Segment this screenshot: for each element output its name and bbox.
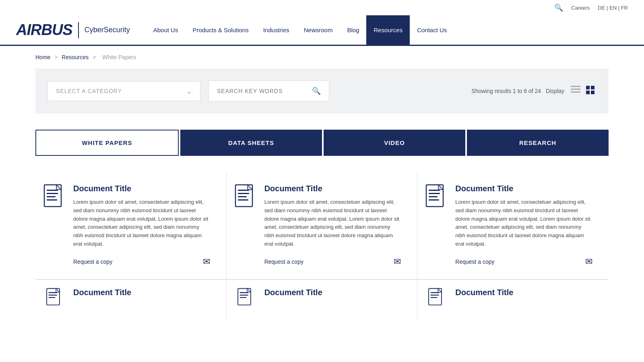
svg-rect-6 <box>591 91 594 94</box>
logo-airbus: AIRBUS <box>16 21 72 39</box>
card-title-3: Document Title <box>455 184 592 193</box>
document-card-2: Document Title Lorem ipsum dolor sit ame… <box>227 172 418 279</box>
logo-divider <box>78 22 79 38</box>
document-card-3: Document Title Lorem ipsum dolor sit ame… <box>417 172 609 279</box>
document-icon-6 <box>425 288 447 314</box>
svg-rect-15 <box>238 193 249 194</box>
search-icon[interactable]: 🔍 <box>312 87 321 95</box>
breadcrumb-sep2: > <box>93 54 97 60</box>
svg-rect-1 <box>571 89 580 90</box>
svg-rect-11 <box>47 199 57 201</box>
logo-area: AIRBUS CyberSecurity <box>16 15 130 45</box>
card-body-2: Document Title Lorem ipsum dolor sit ame… <box>264 184 401 267</box>
svg-rect-37 <box>431 294 439 295</box>
nav-about-us[interactable]: About Us <box>146 15 186 45</box>
svg-rect-2 <box>571 91 580 93</box>
card-title-6: Document Title <box>455 288 592 297</box>
nav-industries[interactable]: Industries <box>256 15 297 45</box>
document-card-6: Document Title <box>417 279 609 319</box>
svg-marker-24 <box>438 185 443 190</box>
svg-rect-4 <box>591 86 594 89</box>
mail-icon-3[interactable]: ✉ <box>585 257 592 267</box>
svg-rect-17 <box>238 199 248 201</box>
breadcrumb: Home > Resources > White Papers <box>0 46 644 68</box>
card-body-4: Document Title <box>73 288 210 302</box>
card-title-5: Document Title <box>264 288 401 297</box>
svg-rect-27 <box>49 294 57 295</box>
card-body-6: Document Title <box>455 288 592 302</box>
category-select[interactable]: SELECT A CATEGORY ⌄ <box>47 81 200 101</box>
nav-newsroom[interactable]: Newsroom <box>297 15 340 45</box>
svg-rect-21 <box>429 193 440 194</box>
svg-marker-12 <box>56 185 61 190</box>
svg-rect-5 <box>586 91 590 94</box>
request-copy-link-1[interactable]: Request a copy <box>73 259 112 265</box>
search-box: 🔍 <box>208 81 329 101</box>
nav-blog[interactable]: Blog <box>340 15 366 45</box>
card-footer-2: Request a copy ✉ <box>264 257 401 267</box>
tabs-area: WHITE PAPERS DATA SHEETS VIDEO RESEARCH <box>35 130 609 156</box>
display-label: Display <box>546 88 564 94</box>
tab-research[interactable]: RESEARCH <box>467 130 609 156</box>
svg-rect-33 <box>239 297 246 298</box>
svg-rect-9 <box>47 193 58 194</box>
svg-rect-16 <box>238 196 247 197</box>
card-footer-3: Request a copy ✉ <box>455 257 592 267</box>
svg-marker-18 <box>248 185 252 190</box>
nav-resources[interactable]: Resources <box>366 15 410 45</box>
header: AIRBUS CyberSecurity About Us Products &… <box>0 15 644 46</box>
request-copy-link-2[interactable]: Request a copy <box>264 259 303 265</box>
tab-data-sheets[interactable]: DATA SHEETS <box>180 130 322 156</box>
breadcrumb-sep1: > <box>54 54 58 60</box>
svg-rect-32 <box>239 294 248 295</box>
card-body-3: Document Title Lorem ipsum dolor sit ame… <box>455 184 592 267</box>
svg-rect-10 <box>47 196 56 197</box>
card-body-5: Document Title <box>264 288 401 302</box>
top-bar: 🔍 Careers DE | EN | FR <box>0 0 644 15</box>
document-card-5: Document Title <box>227 279 418 319</box>
grid-view-button[interactable] <box>584 85 597 97</box>
breadcrumb-home[interactable]: Home <box>35 54 50 60</box>
cards-grid-bottom: Document Title Document Title <box>35 279 609 319</box>
nav-products-solutions[interactable]: Products & Solutions <box>185 15 256 45</box>
results-info: Showing results 1 to 6 of 24 Display <box>337 85 597 97</box>
card-text-1: Lorem ipsum dolor sit amet, consectetuer… <box>73 198 210 248</box>
language-selector[interactable]: DE | EN | FR <box>598 5 628 11</box>
main-nav: About Us Products & Solutions Industries… <box>146 15 628 45</box>
svg-rect-28 <box>49 297 56 298</box>
breadcrumb-resources[interactable]: Resources <box>62 54 89 60</box>
svg-rect-3 <box>586 86 590 89</box>
document-icon-5 <box>235 288 256 314</box>
document-icon-3 <box>425 184 447 211</box>
view-toggle <box>569 85 597 97</box>
cards-grid: Document Title Lorem ipsum dolor sit ame… <box>35 172 609 279</box>
svg-rect-22 <box>429 196 438 197</box>
document-icon-4 <box>43 288 65 314</box>
card-title-2: Document Title <box>264 184 401 193</box>
list-view-button[interactable] <box>569 85 582 97</box>
document-card-1: Document Title Lorem ipsum dolor sit ame… <box>35 172 227 279</box>
card-body-1: Document Title Lorem ipsum dolor sit ame… <box>73 184 210 267</box>
svg-marker-34 <box>247 288 250 292</box>
top-search-icon[interactable]: 🔍 <box>554 3 563 12</box>
document-icon-1 <box>43 184 65 211</box>
tab-white-papers[interactable]: WHITE PAPERS <box>35 130 179 156</box>
filter-bar: SELECT A CATEGORY ⌄ 🔍 Showing results 1 … <box>35 68 609 114</box>
svg-rect-0 <box>571 86 580 87</box>
mail-icon-2[interactable]: ✉ <box>394 257 401 267</box>
chevron-down-icon: ⌄ <box>186 87 192 95</box>
document-card-4: Document Title <box>35 279 227 319</box>
careers-link[interactable]: Careers <box>571 5 590 11</box>
logo-cybersecurity: CyberSecurity <box>85 26 130 34</box>
card-footer-1: Request a copy ✉ <box>73 257 210 267</box>
request-copy-link-3[interactable]: Request a copy <box>455 259 494 265</box>
svg-marker-39 <box>438 288 442 292</box>
nav-contact-us[interactable]: Contact Us <box>410 15 454 45</box>
svg-marker-29 <box>56 288 60 292</box>
search-input[interactable] <box>217 88 308 94</box>
tab-video[interactable]: VIDEO <box>324 130 465 156</box>
mail-icon-1[interactable]: ✉ <box>203 257 210 267</box>
breadcrumb-current: White Papers <box>102 54 136 60</box>
svg-rect-23 <box>429 199 439 201</box>
results-text: Showing results 1 to 6 of 24 <box>471 88 541 94</box>
